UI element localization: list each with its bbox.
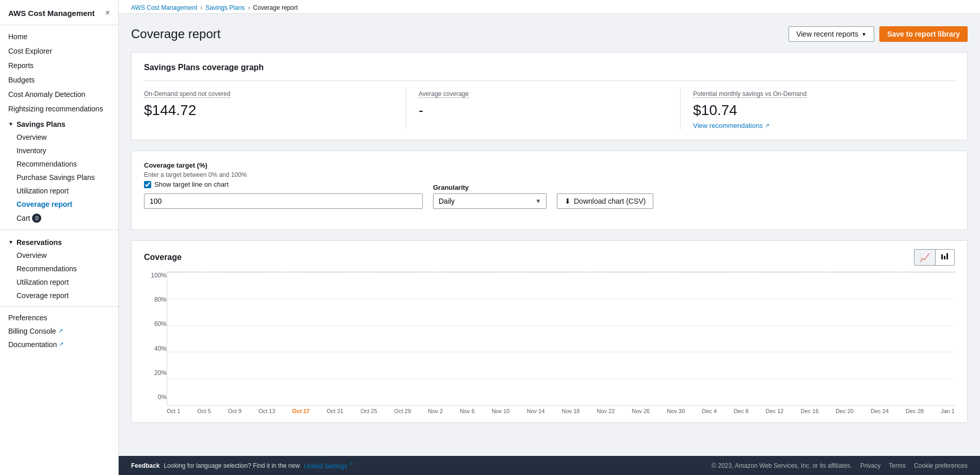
sidebar-item-res-overview[interactable]: Overview [0,249,118,262]
view-recent-reports-button[interactable]: View recent reports ▼ [789,26,874,42]
sidebar-item-home[interactable]: Home [0,29,118,44]
on-demand-value: $144.72 [144,102,393,119]
sidebar-item-reports[interactable]: Reports [0,58,118,73]
sidebar-item-sp-overview[interactable]: Overview [0,130,118,144]
x-label-19: Dec 16 [800,408,818,414]
coverage-target-input[interactable] [144,193,423,209]
sidebar-section-reservations[interactable]: ▼ Reservations [0,234,118,249]
sidebar-item-res-recommendations[interactable]: Recommendations [0,262,118,275]
sidebar-item-sp-utilization[interactable]: Utilization report [0,184,118,198]
sidebar-item-sp-coverage[interactable]: Coverage report [0,198,118,211]
save-to-report-library-button[interactable]: Save to report library [879,26,968,42]
controls-row: Coverage target (%) Enter a target betwe… [144,161,955,209]
x-label-12: Nov 18 [562,408,580,414]
reservations-chevron-icon: ▼ [8,239,13,245]
breadcrumb-sep-2: › [248,4,250,11]
nav-divider-1 [0,230,118,230]
download-icon: ⬇ [565,197,571,205]
x-label-0: Oct 1 [167,408,180,414]
stat-on-demand: On-Demand spend not covered $144.72 [144,89,406,129]
x-label-14: Nov 26 [632,408,650,414]
sidebar-item-billing-console[interactable]: Billing Console ↗ [0,324,118,338]
page-title: Coverage report [131,27,220,41]
footer-copyright: © 2023, Amazon Web Services, Inc. or its… [712,462,852,469]
x-label-5: Oct 21 [327,408,343,414]
savings-plans-coverage-card: Savings Plans coverage graph On-Demand s… [131,52,968,140]
chart-title: Coverage [144,253,182,262]
x-label-22: Dec 28 [906,408,924,414]
title-actions: View recent reports ▼ Save to report lib… [789,26,968,42]
download-chart-button[interactable]: ⬇ Download chart (CSV) [557,193,653,209]
show-target-checkbox[interactable] [144,181,151,188]
sidebar-header: AWS Cost Management × [0,0,118,25]
y-label-60: 60% [144,320,167,327]
feedback-button[interactable]: Feedback [131,462,159,469]
sidebar-item-budgets[interactable]: Budgets [0,73,118,87]
y-axis: 100% 80% 60% 40% 20% 0% [144,272,167,414]
sidebar-item-cost-anomaly[interactable]: Cost Anomaly Detection [0,87,118,102]
x-label-17: Dec 8 [734,408,749,414]
x-label-11: Nov 14 [527,408,545,414]
chart-grid [167,272,955,406]
stat-average-coverage: Average coverage - [406,89,681,129]
sidebar-item-documentation[interactable]: Documentation ↗ [0,338,118,351]
grid-line-20 [167,379,955,379]
sidebar-item-rightsizing[interactable]: Rightsizing recommendations [0,102,118,116]
sidebar: AWS Cost Management × Home Cost Explorer… [0,0,119,475]
footer-unified-settings-text: Looking for language selection? Find it … [164,462,300,469]
x-axis: Oct 1Oct 5Oct 9Oct 13Oct 17Oct 21Oct 25O… [167,408,955,414]
sidebar-item-res-utilization[interactable]: Utilization report [0,275,118,289]
footer-terms-link[interactable]: Terms [889,462,906,469]
x-label-1: Oct 5 [197,408,211,414]
y-label-40: 40% [144,345,167,352]
footer: Feedback Looking for language selection?… [119,456,980,475]
x-label-21: Dec 24 [871,408,889,414]
view-recommendations-ext-icon: ↗ [765,122,769,129]
view-recommendations-link[interactable]: View recommendations ↗ [693,122,942,129]
sidebar-item-sp-cart[interactable]: Cart 0 [0,211,118,225]
bar-chart-button[interactable] [936,250,954,265]
breadcrumb-current: Coverage report [253,4,298,11]
line-chart-button[interactable]: 📈 [914,250,936,265]
stat-monthly-savings: Potential monthly savings vs On-Demand $… [681,89,955,129]
x-label-15: Nov 30 [667,408,685,414]
x-label-4: Oct 17 [292,408,310,414]
x-label-6: Oct 25 [360,408,377,414]
controls-card: Coverage target (%) Enter a target betwe… [131,151,968,230]
x-label-20: Dec 20 [836,408,854,414]
bar-chart-icon [941,253,949,262]
y-label-20: 20% [144,369,167,376]
y-label-80: 80% [144,296,167,303]
on-demand-label: On-Demand spend not covered [144,90,230,98]
svg-rect-1 [944,256,945,259]
x-label-13: Nov 22 [597,408,615,414]
x-label-3: Oct 13 [259,408,275,414]
reservations-section-label: Reservations [17,238,62,247]
sidebar-item-sp-inventory[interactable]: Inventory [0,144,118,157]
chart-body: Oct 1Oct 5Oct 9Oct 13Oct 17Oct 21Oct 25O… [167,272,955,414]
monthly-savings-value: $10.74 [693,102,942,119]
svg-rect-2 [946,253,948,259]
x-label-16: Dec 4 [702,408,717,414]
unified-settings-link[interactable]: Unified Settings ↗ [304,461,353,470]
sidebar-item-sp-recommendations[interactable]: Recommendations [0,157,118,171]
granularity-group: Granularity Daily Monthly ▼ [433,184,547,209]
sidebar-close-button[interactable]: × [105,8,110,18]
sidebar-section-savings-plans[interactable]: ▼ Savings Plans [0,116,118,130]
sidebar-item-sp-purchase[interactable]: Purchase Savings Plans [0,171,118,184]
breadcrumb-aws-cost-management[interactable]: AWS Cost Management [131,4,197,11]
footer-privacy-link[interactable]: Privacy [860,462,880,469]
breadcrumb: AWS Cost Management › Savings Plans › Co… [131,0,968,13]
breadcrumb-sep-1: › [200,4,202,11]
sidebar-item-cost-explorer[interactable]: Cost Explorer [0,44,118,58]
show-target-label[interactable]: Show target line on chart [154,181,229,188]
x-label-23: Jan 1 [941,408,955,414]
sidebar-item-preferences[interactable]: Preferences [0,311,118,324]
unified-settings-ext-icon: ↗ [349,461,353,467]
granularity-select[interactable]: Daily Monthly [433,193,547,209]
documentation-external-icon: ↗ [59,341,63,348]
sidebar-item-res-coverage[interactable]: Coverage report [0,289,118,302]
footer-cookie-link[interactable]: Cookie preferences [914,462,968,469]
breadcrumb-savings-plans[interactable]: Savings Plans [205,4,245,11]
main-content: Coverage report View recent reports ▼ Sa… [119,14,980,456]
